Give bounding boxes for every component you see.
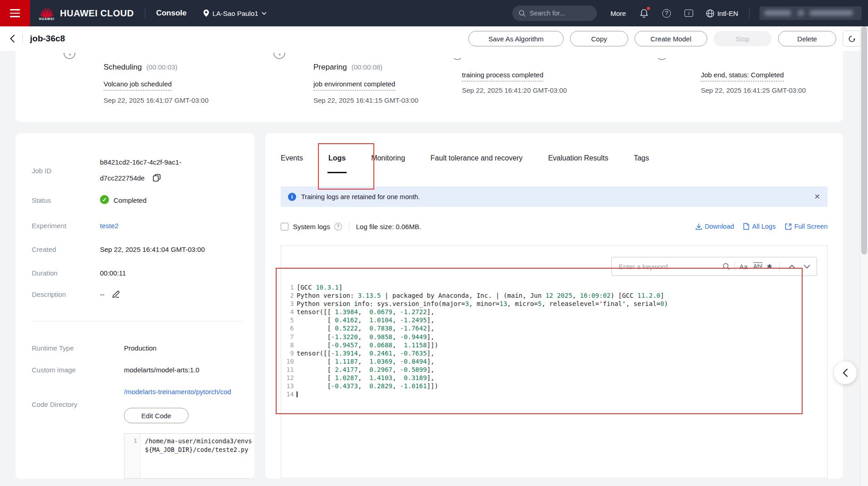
locale-label: Intl-EN: [717, 10, 738, 17]
chevron-down-icon: [262, 12, 267, 15]
refresh-button[interactable]: [843, 30, 861, 47]
duration-value: 00:00:11: [100, 269, 126, 277]
tab-evaluation-results[interactable]: Evaluation Results: [548, 154, 609, 173]
experiment-link[interactable]: teste2: [100, 222, 119, 230]
step-title: Preparing: [313, 63, 347, 71]
search-button[interactable]: [723, 263, 730, 270]
document-icon: [743, 223, 749, 230]
full-screen-link[interactable]: Full Screen: [785, 223, 828, 230]
log-search-bar: Enter a keyword. Aa Abl ✱: [611, 257, 817, 276]
tab-fault-tolerance-and-recovery[interactable]: Fault tolerance and recovery: [431, 154, 523, 173]
match-case-toggle[interactable]: Aa: [739, 263, 748, 271]
status-label: Status: [32, 196, 51, 204]
step-timestamp: Sep 22, 2025 16:41:07 GMT-03:00: [104, 96, 208, 104]
account-name-blurred[interactable]: [759, 6, 862, 20]
runtime-type-label: Runtime Type: [32, 344, 74, 352]
help-button[interactable]: ?: [662, 9, 671, 18]
job-id-label: Job ID: [32, 167, 51, 175]
nav-divider: [749, 8, 749, 19]
custom-image-value: modelarts/model-arts:1.0: [124, 366, 199, 374]
feedback-button[interactable]: i: [684, 10, 693, 17]
huawei-logo[interactable]: HUAWEI: [39, 6, 55, 20]
chevron-up-icon: [789, 265, 795, 269]
global-search-input[interactable]: Search for...: [512, 5, 597, 21]
delete-button[interactable]: Delete: [778, 31, 836, 46]
huawei-flower-icon: [39, 6, 55, 18]
code-line-number: 1: [124, 434, 141, 478]
log-content[interactable]: 1[GCC 10.3.1]2Python version: 3.13.5 | p…: [281, 283, 668, 398]
back-button[interactable]: [10, 35, 15, 43]
search-previous-button[interactable]: [789, 265, 795, 269]
status-success-icon: ✓: [100, 195, 109, 204]
toolbar-divider: [349, 222, 349, 230]
all-logs-link[interactable]: All Logs: [743, 223, 776, 230]
log-line: 2Python version: 3.13.5 | packaged by An…: [281, 291, 668, 300]
job-title-bar: job-36c8 Save As Algorithm Copy Create M…: [0, 26, 868, 51]
step-event-link[interactable]: job environment completed: [313, 80, 395, 90]
job-phase-timeline: Scheduling(00:00:03) Volcano job schedul…: [15, 51, 843, 122]
log-line: 4tensor([[ 1.3984, 0.0679, -1.2722],: [281, 308, 668, 316]
step-duration: (00:00:08): [352, 63, 382, 71]
job-id-value-line2: d7cc222754de: [100, 174, 144, 182]
back-icon: [10, 35, 15, 43]
notifications-button[interactable]: [640, 9, 649, 18]
log-line: 7 [-1.3220, 0.9858, -0.9449],: [281, 333, 668, 341]
log-line: 9tensor([[-1.3914, 0.2461, -0.7635],: [281, 349, 668, 357]
chevron-down-icon: [804, 265, 810, 269]
collapse-panel-button[interactable]: [834, 361, 857, 384]
download-label: Download: [705, 223, 734, 230]
refresh-icon: [848, 35, 856, 43]
code-directory-label: Code Directory: [32, 401, 77, 408]
keyword-search-input[interactable]: Enter a keyword.: [612, 263, 723, 271]
huawei-cloud-console: HUAWEI HUAWEI CLOUD Console LA-Sao Paulo…: [0, 0, 868, 486]
stop-button: Stop: [714, 31, 772, 46]
copy-job-id-button[interactable]: [153, 174, 161, 182]
step-event-link[interactable]: training process completed: [462, 71, 543, 81]
runtime-type-value: Production: [124, 344, 157, 352]
close-icon[interactable]: ✕: [814, 192, 820, 201]
tab-tags[interactable]: Tags: [634, 154, 649, 173]
description-label: Description: [32, 291, 66, 298]
code-line-2: ${MA_JOB_DIR}/code/teste2.py: [145, 446, 248, 453]
nav-divider: [145, 8, 145, 19]
copy-button[interactable]: Copy: [570, 31, 628, 46]
search-icon: [723, 263, 730, 270]
log-line: 6 [ 0.5222, 0.7838, -1.7642],: [281, 324, 668, 332]
tab-bar: EventsLogsMonitoringFault tolerance and …: [281, 154, 649, 173]
search-divider: [734, 261, 735, 271]
log-viewer: Enter a keyword. Aa Abl ✱ 1[GCC 10.3.1]2…: [281, 246, 828, 478]
step-event-link[interactable]: Volcano job scheduled: [104, 80, 172, 90]
edit-code-button[interactable]: Edit Code: [124, 408, 188, 423]
code-directory-link[interactable]: /modelarts-treinamento/pytorch/cod: [124, 388, 231, 396]
create-model-button[interactable]: Create Model: [635, 31, 707, 46]
language-selector[interactable]: Intl-EN: [706, 9, 738, 18]
step-event-link[interactable]: Job end, status: Completed: [701, 71, 784, 81]
search-next-button[interactable]: [804, 265, 810, 269]
whole-word-toggle[interactable]: Abl: [753, 263, 762, 270]
log-line: 13 [-0.4373, 0.2829, -1.0161]]): [281, 382, 668, 390]
top-nav: HUAWEI HUAWEI CLOUD Console LA-Sao Paulo…: [0, 0, 868, 26]
tab-logs[interactable]: Logs: [328, 154, 346, 173]
more-menu[interactable]: More: [610, 10, 626, 17]
hamburger-menu-icon[interactable]: [0, 0, 30, 26]
info-banner: i Training logs are retained for one mon…: [281, 186, 828, 207]
system-logs-checkbox[interactable]: [281, 223, 288, 230]
banner-message: Training logs are retained for one month…: [301, 193, 420, 200]
region-selector[interactable]: LA-Sao Paulo1: [203, 9, 267, 17]
regex-toggle[interactable]: ✱: [767, 263, 772, 270]
tab-monitoring[interactable]: Monitoring: [371, 154, 405, 173]
log-line: 5 [ 0.4162, 1.0104, -1.2495],: [281, 316, 668, 324]
tab-events[interactable]: Events: [281, 154, 303, 173]
chevron-left-icon: [843, 368, 848, 377]
save-as-algorithm-button[interactable]: Save As Algorithm: [468, 31, 564, 46]
help-circle-icon[interactable]: ?: [334, 223, 342, 230]
custom-image-label: Custom image: [32, 366, 76, 374]
console-link[interactable]: Console: [156, 9, 187, 18]
edit-description-button[interactable]: [112, 290, 120, 298]
download-link[interactable]: Download: [695, 223, 734, 230]
window-scrollbar[interactable]: [860, 26, 868, 486]
code-line-1: /home/ma-user/miniconda3/envs: [145, 437, 252, 445]
scrollbar-thumb[interactable]: [861, 26, 867, 255]
info-icon: i: [288, 193, 296, 201]
all-logs-label: All Logs: [752, 223, 776, 230]
